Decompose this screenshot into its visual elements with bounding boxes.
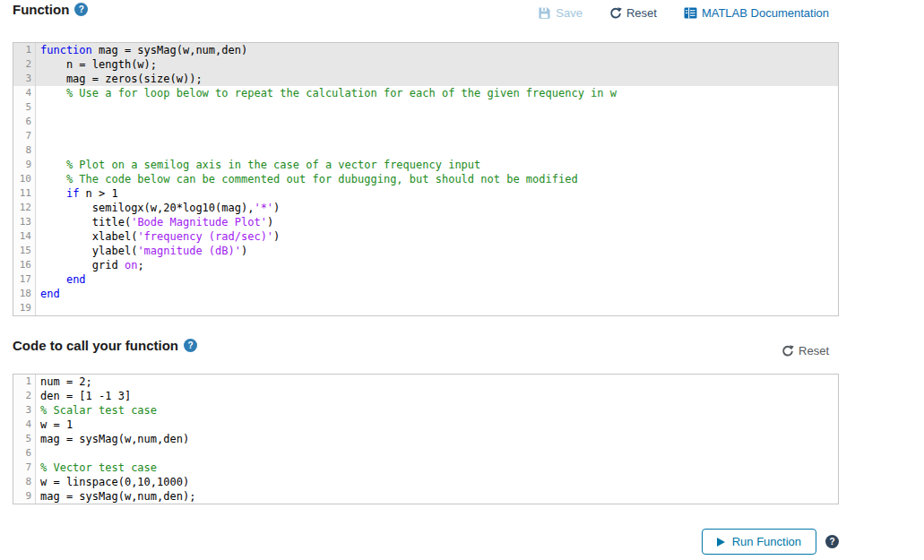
line-number: 19 — [13, 301, 36, 315]
line-number: 12 — [13, 201, 36, 215]
code-line[interactable]: 1function mag = sysMag(w,num,den) — [13, 43, 838, 57]
line-number: 1 — [13, 43, 36, 57]
code-line[interactable]: 14 xlabel('frequency (rad/sec)') — [13, 229, 838, 244]
documentation-icon — [684, 7, 697, 19]
line-number: 3 — [13, 403, 36, 418]
code-line[interactable]: 9 % Plot on a semilog axis in the case o… — [13, 158, 838, 172]
save-button[interactable]: Save — [538, 6, 583, 20]
reset-label: Reset — [799, 344, 829, 358]
code-text: xlabel('frequency (rad/sec)') — [36, 229, 280, 244]
line-number: 16 — [13, 258, 36, 272]
reset-function-button[interactable]: Reset — [609, 6, 657, 20]
run-row: Run Function ? — [702, 529, 839, 555]
run-function-help-icon[interactable]: ? — [825, 535, 839, 548]
line-number: 8 — [13, 143, 36, 158]
code-text: mag = zeros(size(w)); — [36, 72, 203, 86]
code-line[interactable]: 13 title('Bode Magnitude Plot') — [13, 215, 838, 229]
code-line[interactable]: 3 mag = zeros(size(w)); — [13, 72, 838, 86]
code-line[interactable]: 16 grid on; — [13, 258, 838, 272]
code-text: n = length(w); — [36, 57, 157, 72]
line-number: 6 — [13, 446, 36, 461]
code-text: mag = sysMag(w,num,den) — [36, 432, 189, 446]
save-label: Save — [556, 6, 583, 20]
line-number: 1 — [13, 375, 36, 389]
call-code-editor[interactable]: 1num = 2;2den = [1 -1 3]3% Scalar test c… — [13, 374, 839, 504]
code-text — [36, 301, 40, 315]
code-line[interactable]: 5mag = sysMag(w,num,den) — [13, 432, 838, 446]
code-text: % Vector test case — [36, 461, 157, 475]
code-text: end — [36, 272, 86, 287]
reset-call-code-button[interactable]: Reset — [782, 344, 829, 358]
call-code-title-label: Code to call your function — [13, 338, 178, 353]
code-line[interactable]: 8 — [13, 143, 838, 158]
matlab-documentation-label: MATLAB Documentation — [702, 6, 829, 20]
code-text: % Plot on a semilog axis in the case of … — [36, 158, 480, 172]
code-line[interactable]: 11 if n > 1 — [13, 186, 838, 201]
code-text: % The code below can be commented out fo… — [36, 172, 578, 186]
code-text: title('Bode Magnitude Plot') — [36, 215, 273, 229]
line-number: 17 — [13, 272, 36, 287]
code-text: num = 2; — [36, 375, 92, 389]
code-text: grid on; — [36, 258, 144, 272]
editor-toolbar: Save Reset — [538, 6, 829, 20]
line-number: 7 — [13, 129, 36, 143]
line-number: 11 — [13, 186, 36, 201]
line-number: 7 — [13, 461, 36, 475]
code-text: w = linspace(0,10,1000) — [36, 475, 189, 489]
code-line[interactable]: 2 n = length(w); — [13, 57, 838, 72]
code-line[interactable]: 10 % The code below can be commented out… — [13, 172, 838, 186]
line-number: 18 — [13, 287, 36, 301]
code-text — [36, 100, 40, 115]
line-number: 3 — [13, 72, 36, 86]
call-code-section-title: Code to call your function ? — [13, 338, 197, 353]
call-code-help-icon[interactable]: ? — [184, 339, 197, 352]
code-line[interactable]: 3% Scalar test case — [13, 403, 838, 418]
save-icon — [538, 6, 551, 20]
line-number: 9 — [13, 489, 36, 504]
code-text — [36, 129, 40, 143]
reset-icon — [782, 345, 794, 358]
code-line[interactable]: 4 % Use a for loop below to repeat the c… — [13, 86, 838, 100]
line-number: 2 — [13, 389, 36, 403]
code-line[interactable]: 19 — [13, 301, 838, 315]
code-text — [36, 446, 40, 461]
code-text: end — [36, 287, 60, 301]
function-title-label: Function — [13, 2, 69, 17]
line-number: 13 — [13, 215, 36, 229]
code-line[interactable]: 15 ylabel('magnitude (dB)') — [13, 244, 838, 258]
code-text: w = 1 — [36, 418, 73, 432]
line-number: 9 — [13, 158, 36, 172]
code-line[interactable]: 5 — [13, 100, 838, 115]
code-line[interactable]: 17 end — [13, 272, 838, 287]
line-number: 4 — [13, 418, 36, 432]
matlab-documentation-button[interactable]: MATLAB Documentation — [684, 6, 829, 20]
play-icon — [717, 538, 725, 547]
code-text — [36, 115, 40, 129]
code-line[interactable]: 6 — [13, 115, 838, 129]
code-line[interactable]: 18end — [13, 287, 838, 301]
code-line[interactable]: 4w = 1 — [13, 418, 838, 432]
code-line[interactable]: 6 — [13, 446, 838, 461]
code-text — [36, 143, 40, 158]
matlab-grader-page: Function ? Save Re — [0, 0, 924, 560]
run-function-button[interactable]: Run Function — [702, 529, 816, 555]
code-text: if n > 1 — [36, 186, 118, 201]
line-number: 5 — [13, 432, 36, 446]
code-line[interactable]: 8w = linspace(0,10,1000) — [13, 475, 838, 489]
function-code-editor[interactable]: 1function mag = sysMag(w,num,den)2 n = l… — [13, 42, 839, 316]
line-number: 2 — [13, 57, 36, 72]
function-help-icon[interactable]: ? — [74, 3, 88, 16]
line-number: 8 — [13, 475, 36, 489]
code-text: mag = sysMag(w,num,den); — [36, 489, 195, 504]
code-line[interactable]: 2den = [1 -1 3] — [13, 389, 838, 403]
code-text: % Use a for loop below to repeat the cal… — [36, 86, 617, 100]
code-line[interactable]: 7 — [13, 129, 838, 143]
code-text: den = [1 -1 3] — [36, 389, 131, 403]
line-number: 14 — [13, 229, 36, 244]
line-number: 15 — [13, 244, 36, 258]
line-number: 6 — [13, 115, 36, 129]
code-line[interactable]: 1num = 2; — [13, 375, 838, 389]
code-line[interactable]: 12 semilogx(w,20*log10(mag),'*') — [13, 201, 838, 215]
code-line[interactable]: 7% Vector test case — [13, 461, 838, 475]
code-line[interactable]: 9mag = sysMag(w,num,den); — [13, 489, 838, 504]
